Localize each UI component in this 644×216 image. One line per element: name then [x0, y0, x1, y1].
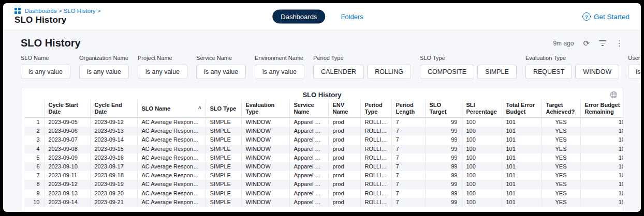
- cell-cycle_end_date: 2023-09-12: [90, 118, 137, 127]
- cell-sli_percentage: 100: [462, 198, 502, 207]
- tab-folders[interactable]: Folders: [332, 10, 371, 24]
- filter-option-button[interactable]: SIMPLE: [477, 65, 517, 79]
- cell-target_achieved: YES: [541, 127, 580, 135]
- cell-period_length: 7: [391, 118, 425, 127]
- cell-error_budget_remaining: 101: [580, 162, 623, 171]
- cell-env_name: prod: [328, 135, 360, 144]
- cell-sli_percentage: 100: [462, 171, 502, 180]
- column-header-cycle_start_date[interactable]: Cycle Start Date: [44, 100, 90, 118]
- cell-service_name: Apparel Catal...: [289, 135, 328, 144]
- cell-slo_type: SIMPLE: [206, 118, 241, 127]
- cell-row_index: 1: [24, 118, 44, 127]
- filter-controls: COMPOSITESIMPLE: [420, 65, 517, 79]
- cell-slo_target: 99: [425, 162, 462, 171]
- column-header-error_budget_remaining[interactable]: Error Budget Remaining: [580, 100, 623, 118]
- filter-value-button[interactable]: is any value: [138, 65, 187, 79]
- column-header-period_type[interactable]: Period Type: [360, 100, 391, 118]
- cell-total_error_budget: 101: [502, 127, 541, 135]
- table-row: 12023-09-052023-09-12AC Average Response…: [24, 118, 623, 127]
- cell-slo_name: AC Average Response Time: [137, 118, 206, 127]
- cell-error_budget_remaining: 101: [580, 118, 623, 127]
- filter-option-button[interactable]: ROLLING: [367, 65, 411, 79]
- column-header-cycle_end_date[interactable]: Cycle End Date: [90, 100, 137, 118]
- cell-service_name: Apparel Catal...: [289, 189, 328, 198]
- cell-env_name: prod: [328, 127, 360, 135]
- cell-env_name: prod: [328, 118, 360, 127]
- cell-env_name: prod: [328, 171, 360, 180]
- cell-slo_type: SIMPLE: [206, 189, 241, 198]
- filter-option-button[interactable]: COMPOSITE: [420, 65, 474, 79]
- tile-title: SLO History: [302, 91, 341, 99]
- filter-value-button[interactable]: is any value: [628, 65, 641, 79]
- column-header-slo_target[interactable]: SLO Target: [425, 100, 462, 118]
- table-row: 72023-09-112023-09-18AC Average Response…: [24, 171, 623, 180]
- cell-period_length: 7: [391, 198, 425, 207]
- app-window: Dashboards > SLO History > SLO History D…: [3, 3, 641, 212]
- kebab-menu-icon[interactable]: ⋮: [616, 39, 623, 47]
- cell-sli_percentage: 100: [462, 127, 502, 135]
- filter-label: Period Type: [313, 55, 411, 61]
- cell-target_achieved: YES: [541, 171, 580, 180]
- filter-icon[interactable]: [599, 40, 606, 46]
- filter-value-button[interactable]: is any value: [21, 65, 70, 79]
- dashboard-content: SLO History 9m ago ⟳ ⋮ SLO Nameis any va…: [3, 30, 641, 212]
- column-header-slo_type[interactable]: SLO Type: [206, 100, 241, 118]
- cell-sli_percentage: 100: [462, 135, 502, 144]
- header-left: Dashboards > SLO History > SLO History: [14, 8, 101, 25]
- cell-row_index: 8: [24, 180, 44, 189]
- cell-service_name: Apparel Catal...: [289, 180, 328, 189]
- cell-target_achieved: YES: [541, 198, 580, 207]
- cell-env_name: prod: [328, 162, 360, 171]
- filter-group: Service Nameis any value: [196, 55, 246, 79]
- column-header-service_name[interactable]: Service Name: [289, 100, 328, 118]
- cell-evaluation_type: WINDOW: [241, 189, 289, 198]
- cell-error_budget_remaining: 101: [580, 135, 623, 144]
- cell-cycle_start_date: 2023-09-14: [44, 198, 90, 207]
- filter-option-button[interactable]: CALENDER: [313, 65, 364, 79]
- column-header-row_index[interactable]: [24, 100, 44, 118]
- sort-asc-icon: ^: [198, 105, 201, 112]
- cell-target_achieved: YES: [541, 135, 580, 144]
- filter-group: SLO Nameis any value: [21, 55, 70, 79]
- cell-period_length: 7: [391, 145, 425, 153]
- table-row: 92023-09-132023-09-20AC Average Response…: [24, 189, 623, 198]
- table-row: 42023-09-082023-09-15AC Average Response…: [24, 145, 623, 153]
- column-header-target_achieved[interactable]: Target Achieved?: [541, 100, 580, 118]
- filter-value-button[interactable]: is any value: [255, 65, 304, 79]
- cell-slo_name: AC Average Response Time: [137, 171, 206, 180]
- filter-group: Evaluation TypeREQUESTWINDOW: [525, 55, 619, 79]
- column-header-evaluation_type[interactable]: Evaluation Type: [241, 100, 289, 118]
- get-started-link[interactable]: ? Get Started: [582, 12, 630, 21]
- cell-slo_name: AC Average Response Time: [137, 162, 206, 171]
- column-header-sli_percentage[interactable]: SLI Percentage: [462, 100, 502, 118]
- breadcrumb-link[interactable]: SLO History: [64, 8, 96, 14]
- table-row: 32023-09-072023-09-14AC Average Response…: [24, 135, 623, 144]
- page-title: SLO History: [14, 15, 101, 25]
- cell-cycle_start_date: 2023-09-07: [44, 135, 90, 144]
- column-header-slo_name[interactable]: SLO Name^: [137, 100, 206, 118]
- table-row: 62023-09-102023-09-17AC Average Response…: [24, 162, 623, 171]
- filter-group: SLO TypeCOMPOSITESIMPLE: [420, 55, 517, 79]
- column-header-env_name[interactable]: ENV Name: [328, 100, 360, 118]
- filter-option-button[interactable]: REQUEST: [525, 65, 572, 79]
- filter-label: Organization Name: [79, 55, 129, 61]
- refresh-icon[interactable]: ⟳: [583, 39, 590, 47]
- cell-sli_percentage: 100: [462, 153, 502, 162]
- cell-env_name: prod: [328, 153, 360, 162]
- cell-cycle_end_date: 2023-09-14: [90, 135, 137, 144]
- cell-service_name: Apparel Catal...: [289, 171, 328, 180]
- cell-cycle_end_date: 2023-09-15: [90, 145, 137, 153]
- table-row: 22023-09-062023-09-13AC Average Response…: [24, 127, 623, 135]
- cell-error_budget_remaining: 101: [580, 180, 623, 189]
- explore-globe-icon[interactable]: [610, 91, 618, 99]
- column-header-period_length[interactable]: Period Length: [391, 100, 425, 118]
- table-header-row: Cycle Start DateCycle End DateSLO Name^S…: [24, 100, 623, 118]
- column-header-total_error_budget[interactable]: Total Error Budget: [502, 100, 541, 118]
- tab-dashboards[interactable]: Dashboards: [272, 10, 325, 24]
- filter-option-button[interactable]: WINDOW: [575, 65, 619, 79]
- filter-controls: is any value: [21, 65, 70, 79]
- cell-slo_name: AC Average Response Time: [137, 153, 206, 162]
- breadcrumb-link[interactable]: Dashboards: [25, 8, 57, 14]
- filter-value-button[interactable]: is any value: [79, 65, 129, 79]
- filter-value-button[interactable]: is any value: [196, 65, 246, 79]
